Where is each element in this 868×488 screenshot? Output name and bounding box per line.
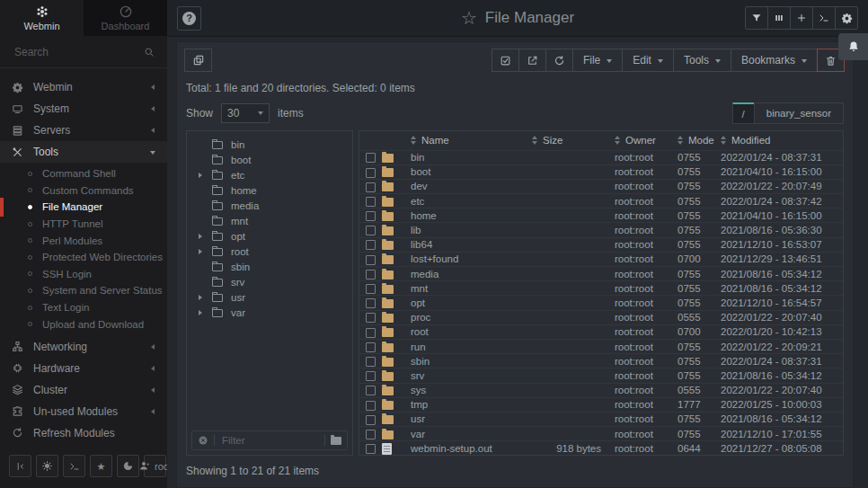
sidebar-item-perl-modules[interactable]: Perl Modules xyxy=(0,232,167,249)
tree-item-boot[interactable]: boot xyxy=(187,152,352,167)
table-row[interactable]: srvroot:root07552021/08/16 - 05:34:12 xyxy=(359,368,843,383)
refresh-button[interactable] xyxy=(545,49,573,72)
sidebar-item-un-used-modules[interactable]: Un-used Modules xyxy=(0,401,167,422)
row-checkbox[interactable] xyxy=(366,240,376,250)
row-checkbox[interactable] xyxy=(366,197,376,207)
tree-item-var[interactable]: var xyxy=(187,305,352,320)
cell-name[interactable]: tmp xyxy=(411,397,532,412)
sort-icon[interactable] xyxy=(411,136,416,145)
sort-icon[interactable] xyxy=(678,136,683,145)
cell-name[interactable]: opt xyxy=(411,296,532,310)
expand-icon[interactable] xyxy=(199,310,208,315)
row-checkbox[interactable] xyxy=(366,386,376,395)
sort-icon[interactable] xyxy=(532,136,537,145)
row-checkbox[interactable] xyxy=(366,371,376,381)
table-row[interactable]: lib64root:root07552021/12/10 - 16:53:07 xyxy=(359,237,843,252)
row-checkbox[interactable] xyxy=(366,357,376,367)
sidebar-item-system[interactable]: System xyxy=(0,98,167,120)
sort-icon[interactable] xyxy=(615,136,620,145)
table-row[interactable]: bootroot:root07552021/04/10 - 16:15:00 xyxy=(359,164,843,179)
tree-item-srv[interactable]: srv xyxy=(187,274,352,289)
table-row[interactable]: usrroot:root07552021/08/16 - 05:34:12 xyxy=(359,412,843,426)
cell-name[interactable]: dev xyxy=(411,179,532,193)
tree-item-bin[interactable]: bin xyxy=(187,137,352,152)
sidebar-item-cluster[interactable]: Cluster xyxy=(0,379,167,401)
row-checkbox[interactable] xyxy=(366,182,376,192)
tree-item-media[interactable]: media xyxy=(187,198,352,213)
table-row[interactable]: mntroot:root07552021/08/16 - 05:34:12 xyxy=(359,281,843,296)
notifications-button[interactable] xyxy=(838,33,868,60)
row-checkbox[interactable] xyxy=(366,444,376,454)
new-tab-button[interactable] xyxy=(790,6,813,30)
sidebar-item-hardware[interactable]: Hardware xyxy=(0,358,167,379)
row-checkbox[interactable] xyxy=(366,255,376,265)
cell-name[interactable]: lib64 xyxy=(411,237,532,252)
tree-item-etc[interactable]: etc xyxy=(187,167,352,182)
paste-buffer-button[interactable] xyxy=(184,49,212,72)
table-row[interactable]: sbinroot:root07552022/01/24 - 08:37:31 xyxy=(359,354,843,368)
sidebar-item-tools[interactable]: Tools xyxy=(0,141,167,163)
table-row[interactable]: procroot:root05552022/01/22 - 20:07:40 xyxy=(359,310,843,324)
sidebar-item-webmin[interactable]: Webmin xyxy=(0,76,167,98)
row-checkbox[interactable] xyxy=(366,401,376,411)
cell-name[interactable]: boot xyxy=(411,164,532,179)
tab-dashboard[interactable]: Dashboard xyxy=(84,0,167,36)
table-row[interactable]: optroot:root07552021/12/10 - 16:54:57 xyxy=(359,296,843,310)
sidebar-item-http-tunnel[interactable]: HTTP Tunnel xyxy=(0,216,167,233)
row-checkbox[interactable] xyxy=(366,342,376,352)
export-button[interactable] xyxy=(518,49,546,72)
theme-toggle-button[interactable] xyxy=(36,455,58,477)
cell-name[interactable]: home xyxy=(411,209,532,223)
row-checkbox[interactable] xyxy=(366,415,376,425)
cell-name[interactable]: usr xyxy=(411,412,532,426)
favorites-button[interactable]: ★ xyxy=(90,455,112,477)
table-row[interactable]: binroot:root07552022/01/24 - 08:37:31 xyxy=(359,150,843,164)
table-row[interactable]: mediaroot:root07552021/08/16 - 05:34:12 xyxy=(359,267,843,281)
menu-bookmarks-button[interactable]: Bookmarks xyxy=(731,49,818,72)
row-checkbox[interactable] xyxy=(366,153,376,163)
column-header-modified[interactable]: Modified xyxy=(721,131,843,150)
tree-item-opt[interactable]: opt xyxy=(187,228,352,244)
sidebar-item-command-shell[interactable]: Command Shell xyxy=(0,165,167,182)
cell-name[interactable]: root xyxy=(411,324,532,339)
shell-button[interactable] xyxy=(63,455,85,477)
search-input[interactable] xyxy=(13,45,144,59)
cell-name[interactable]: lib xyxy=(411,223,532,237)
filter-button[interactable] xyxy=(745,6,768,30)
expand-icon[interactable] xyxy=(199,295,208,300)
table-row[interactable]: sysroot:root05552022/01/22 - 20:07:40 xyxy=(359,383,843,397)
tab-webmin[interactable]: Webmin xyxy=(0,0,84,36)
filter-input[interactable] xyxy=(220,434,319,447)
cell-name[interactable]: webmin-setup.out xyxy=(411,441,532,456)
row-checkbox[interactable] xyxy=(366,328,376,338)
row-checkbox[interactable] xyxy=(366,168,376,178)
columns-button[interactable] xyxy=(767,6,791,30)
clear-filter-icon[interactable] xyxy=(198,435,208,446)
cell-name[interactable]: var xyxy=(411,427,532,441)
help-button[interactable]: ? xyxy=(177,6,201,31)
folder-filled-icon[interactable] xyxy=(331,432,341,448)
star-outline-icon[interactable]: ☆ xyxy=(461,9,477,27)
cell-name[interactable]: bin xyxy=(411,150,532,164)
tree-item-home[interactable]: home xyxy=(187,182,352,198)
column-header-owner[interactable]: Owner xyxy=(615,131,678,150)
table-row[interactable]: etcroot:root07552022/01/24 - 08:37:42 xyxy=(359,194,843,209)
cell-name[interactable]: sbin xyxy=(411,354,532,368)
cell-name[interactable]: lost+found xyxy=(411,252,532,266)
breadcrumb-current[interactable]: binary_sensor xyxy=(754,102,844,124)
expand-icon[interactable] xyxy=(199,249,208,254)
table-row[interactable]: devroot:root07552022/01/22 - 20:07:49 xyxy=(359,179,843,193)
row-checkbox[interactable] xyxy=(366,298,376,308)
table-row[interactable]: lost+foundroot:root07002021/12/29 - 13:4… xyxy=(359,252,843,266)
cell-name[interactable]: proc xyxy=(411,310,532,324)
sidebar-item-system-and-server-status[interactable]: System and Server Status xyxy=(0,282,167,299)
sidebar-item-file-manager[interactable]: File Manager xyxy=(0,199,167,216)
user-button[interactable]: root xyxy=(144,455,166,477)
expand-icon[interactable] xyxy=(199,234,208,239)
tree-item-usr[interactable]: usr xyxy=(187,289,352,305)
search-icon[interactable] xyxy=(144,47,155,58)
settings-button[interactable] xyxy=(835,6,858,30)
page-size-select[interactable]: 30 xyxy=(221,103,270,123)
menu-tools-button[interactable]: Tools xyxy=(673,49,731,72)
row-checkbox[interactable] xyxy=(366,270,376,279)
